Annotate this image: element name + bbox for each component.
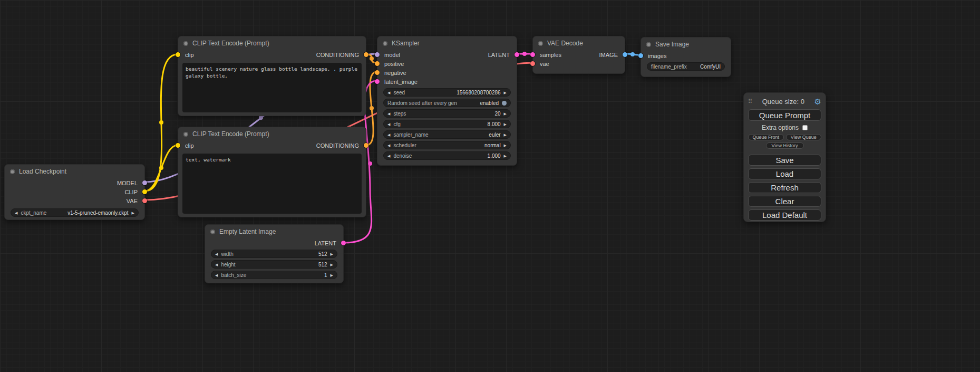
sampler-name-widget[interactable]: ◀ sampler_name euler ▶	[383, 130, 511, 139]
output-slot-conditioning[interactable]	[364, 143, 368, 148]
increment-arrow-icon[interactable]: ▶	[132, 211, 134, 215]
increment-arrow-icon[interactable]: ▶	[504, 122, 507, 126]
node-title-bar[interactable]: Empty Latent Image	[205, 225, 343, 239]
collapse-dot-icon[interactable]	[210, 230, 215, 234]
input-slot-clip[interactable]	[176, 52, 180, 57]
load-default-button[interactable]: Load Default	[748, 209, 821, 221]
input-slot-latent-image[interactable]	[375, 79, 380, 84]
decrement-arrow-icon[interactable]: ◀	[387, 122, 390, 126]
node-title-bar[interactable]: CLIP Text Encode (Prompt)	[178, 36, 366, 50]
steps-widget[interactable]: ◀ steps 20 ▶	[383, 109, 511, 118]
node-title: KSampler	[392, 40, 420, 47]
node-empty-latent-image[interactable]: Empty Latent Image LATENT ◀ width 512 ▶ …	[205, 224, 344, 283]
denoise-widget[interactable]: ◀ denoise 1.000 ▶	[383, 151, 511, 160]
input-slot-images[interactable]	[638, 53, 643, 58]
collapse-dot-icon[interactable]	[538, 41, 543, 46]
input-slot-negative[interactable]	[375, 70, 380, 75]
decrement-arrow-icon[interactable]: ◀	[215, 263, 218, 266]
decrement-arrow-icon[interactable]: ◀	[15, 211, 17, 215]
widget-label: sampler_name	[393, 132, 428, 138]
widget-value: 1	[324, 272, 327, 278]
input-slot-clip[interactable]	[176, 143, 180, 148]
decrement-arrow-icon[interactable]: ◀	[215, 273, 218, 277]
increment-arrow-icon[interactable]: ▶	[504, 91, 507, 94]
node-graph-canvas[interactable]: Load Checkpoint MODEL CLIP VAE ◀ ckpt_na…	[0, 0, 980, 372]
node-vae-decode[interactable]: VAE Decode samples IMAGE vae	[532, 36, 625, 74]
node-save-image[interactable]: Save Image images filename_prefix ComfyU…	[641, 37, 731, 77]
slot-row-images: images	[641, 51, 731, 60]
input-slot-vae[interactable]	[530, 61, 535, 66]
input-slot-model[interactable]	[375, 52, 380, 57]
input-label: latent_image	[384, 79, 418, 85]
widget-value: 20	[494, 111, 500, 117]
collapse-dot-icon[interactable]	[383, 41, 387, 46]
view-history-button[interactable]: View History	[766, 142, 804, 149]
drag-handle-icon[interactable]: ⠿	[748, 98, 752, 105]
extra-options-checkbox[interactable]	[802, 125, 808, 130]
increment-arrow-icon[interactable]: ▶	[331, 252, 333, 256]
node-title-bar[interactable]: Save Image	[641, 37, 731, 51]
output-slot-latent[interactable]	[515, 52, 519, 57]
decrement-arrow-icon[interactable]: ◀	[215, 252, 218, 256]
node-title-bar[interactable]: VAE Decode	[533, 36, 625, 50]
clear-button[interactable]: Clear	[748, 196, 821, 207]
collapse-dot-icon[interactable]	[183, 41, 188, 46]
width-widget[interactable]: ◀ width 512 ▶	[211, 250, 337, 258]
input-slot-positive[interactable]	[375, 61, 380, 66]
collapse-dot-icon[interactable]	[646, 42, 651, 47]
increment-arrow-icon[interactable]: ▶	[504, 112, 507, 116]
filename-prefix-widget[interactable]: filename_prefix ComfyUI	[647, 62, 725, 71]
queue-prompt-button[interactable]: Queue Prompt	[748, 109, 821, 121]
input-slot-samples[interactable]	[530, 52, 535, 57]
output-label: LATENT	[315, 240, 336, 246]
decrement-arrow-icon[interactable]: ◀	[387, 144, 390, 147]
widget-value: ComfyUI	[700, 64, 721, 70]
increment-arrow-icon[interactable]: ▶	[504, 133, 507, 137]
output-slot-conditioning[interactable]	[364, 52, 368, 57]
toggle-dot-icon[interactable]	[502, 101, 507, 106]
output-slot-model[interactable]	[142, 180, 147, 185]
slot-row-positive: positive	[377, 59, 517, 68]
decrement-arrow-icon[interactable]: ◀	[387, 112, 390, 116]
node-title-bar[interactable]: Load Checkpoint	[5, 165, 144, 178]
widget-label: width	[221, 251, 233, 257]
increment-arrow-icon[interactable]: ▶	[504, 154, 507, 158]
save-button[interactable]: Save	[748, 155, 821, 166]
refresh-button[interactable]: Refresh	[748, 182, 821, 193]
node-title-bar[interactable]: KSampler	[377, 36, 517, 50]
widget-label: ckpt_name	[21, 210, 46, 216]
node-clip-text-encode-positive[interactable]: CLIP Text Encode (Prompt) clip CONDITION…	[178, 36, 366, 116]
collapse-dot-icon[interactable]	[183, 132, 188, 137]
view-queue-button[interactable]: View Queue	[786, 134, 822, 140]
ckpt-name-widget[interactable]: ◀ ckpt_name v1-5-pruned-emaonly.ckpt ▶	[11, 208, 139, 217]
collapse-dot-icon[interactable]	[10, 169, 15, 174]
queue-front-button[interactable]: Queue Front	[748, 134, 784, 140]
decrement-arrow-icon[interactable]: ◀	[387, 91, 390, 94]
seed-widget[interactable]: ◀ seed 156680208700286 ▶	[383, 88, 511, 97]
scheduler-widget[interactable]: ◀ scheduler normal ▶	[383, 141, 511, 149]
height-widget[interactable]: ◀ height 512 ▶	[211, 260, 337, 269]
increment-arrow-icon[interactable]: ▶	[331, 273, 333, 277]
node-clip-text-encode-negative[interactable]: CLIP Text Encode (Prompt) clip CONDITION…	[178, 127, 366, 217]
increment-arrow-icon[interactable]: ▶	[504, 144, 507, 147]
random-seed-toggle-widget[interactable]: Random seed after every gen enabled	[383, 99, 511, 107]
output-row-clip: CLIP	[5, 187, 144, 196]
node-ksampler[interactable]: KSampler model LATENT positive negative …	[377, 36, 517, 166]
decrement-arrow-icon[interactable]: ◀	[387, 133, 390, 137]
prompt-text-area[interactable]: beautiful scenery nature glass bottle la…	[182, 63, 362, 112]
settings-gear-icon[interactable]: ⚙	[814, 98, 821, 106]
cfg-widget[interactable]: ◀ cfg 8.000 ▶	[383, 120, 511, 128]
node-title-bar[interactable]: CLIP Text Encode (Prompt)	[178, 127, 366, 141]
prompt-text-area[interactable]: text, watermark	[182, 154, 362, 214]
output-slot-latent[interactable]	[341, 241, 346, 245]
node-load-checkpoint[interactable]: Load Checkpoint MODEL CLIP VAE ◀ ckpt_na…	[4, 164, 145, 220]
output-label: IMAGE	[599, 52, 618, 58]
output-slot-vae[interactable]	[142, 198, 147, 203]
node-title: CLIP Text Encode (Prompt)	[192, 130, 269, 138]
decrement-arrow-icon[interactable]: ◀	[387, 154, 390, 158]
load-button[interactable]: Load	[748, 168, 821, 179]
output-slot-image[interactable]	[623, 52, 627, 57]
output-slot-clip[interactable]	[142, 189, 147, 194]
batch-size-widget[interactable]: ◀ batch_size 1 ▶	[211, 271, 337, 279]
increment-arrow-icon[interactable]: ▶	[331, 263, 333, 266]
